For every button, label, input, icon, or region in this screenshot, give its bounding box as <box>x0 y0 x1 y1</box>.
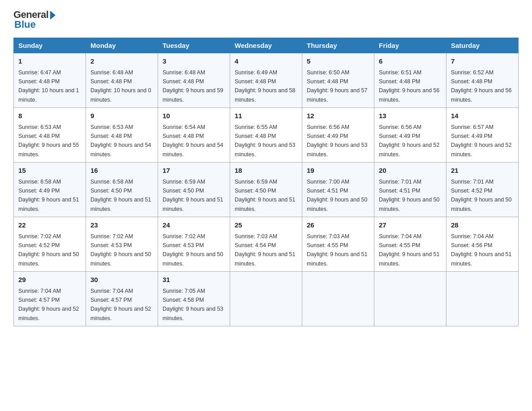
weekday-header-friday: Friday <box>374 38 446 53</box>
calendar-cell: 5 Sunrise: 6:50 AMSunset: 4:48 PMDayligh… <box>302 53 374 108</box>
day-info: Sunrise: 6:54 AMSunset: 4:48 PMDaylight:… <box>163 124 223 158</box>
weekday-header-thursday: Thursday <box>302 38 374 53</box>
day-info: Sunrise: 6:49 AMSunset: 4:48 PMDaylight:… <box>235 69 296 103</box>
day-info: Sunrise: 6:57 AMSunset: 4:49 PMDaylight:… <box>451 124 512 158</box>
day-number: 16 <box>90 166 153 176</box>
calendar-cell: 27 Sunrise: 7:04 AMSunset: 4:55 PMDaylig… <box>374 217 446 272</box>
calendar-cell: 20 Sunrise: 7:01 AMSunset: 4:51 PMDaylig… <box>374 163 446 217</box>
day-number: 18 <box>235 166 297 176</box>
day-info: Sunrise: 6:59 AMSunset: 4:50 PMDaylight:… <box>235 179 296 212</box>
weekday-header-tuesday: Tuesday <box>158 38 230 53</box>
calendar-cell: 23 Sunrise: 7:02 AMSunset: 4:53 PMDaylig… <box>86 217 158 272</box>
day-number: 4 <box>235 56 297 67</box>
calendar-cell: 12 Sunrise: 6:56 AMSunset: 4:49 PMDaylig… <box>302 108 374 163</box>
day-number: 12 <box>307 111 369 121</box>
day-number: 14 <box>451 111 514 121</box>
calendar-week-row: 15 Sunrise: 6:58 AMSunset: 4:49 PMDaylig… <box>14 163 519 217</box>
day-number: 7 <box>451 56 514 67</box>
day-number: 1 <box>18 56 81 67</box>
day-info: Sunrise: 6:50 AMSunset: 4:48 PMDaylight:… <box>307 69 368 103</box>
day-info: Sunrise: 7:04 AMSunset: 4:57 PMDaylight:… <box>18 288 79 321</box>
logo-arrow-icon <box>50 11 56 20</box>
day-number: 24 <box>163 220 225 231</box>
calendar-cell: 31 Sunrise: 7:05 AMSunset: 4:58 PMDaylig… <box>158 272 230 326</box>
day-info: Sunrise: 6:48 AMSunset: 4:48 PMDaylight:… <box>163 69 223 103</box>
calendar-cell: 29 Sunrise: 7:04 AMSunset: 4:57 PMDaylig… <box>14 272 86 326</box>
day-info: Sunrise: 7:00 AMSunset: 4:51 PMDaylight:… <box>307 179 368 212</box>
day-number: 3 <box>163 56 225 67</box>
day-number: 30 <box>90 275 153 285</box>
calendar-week-row: 8 Sunrise: 6:53 AMSunset: 4:48 PMDayligh… <box>14 108 519 163</box>
day-number: 25 <box>235 220 297 231</box>
day-info: Sunrise: 6:51 AMSunset: 4:48 PMDaylight:… <box>379 69 440 103</box>
day-number: 13 <box>379 111 442 121</box>
day-info: Sunrise: 6:55 AMSunset: 4:48 PMDaylight:… <box>235 124 296 158</box>
day-info: Sunrise: 6:47 AMSunset: 4:48 PMDaylight:… <box>18 69 79 103</box>
day-number: 15 <box>18 166 81 176</box>
weekday-header-wednesday: Wednesday <box>230 38 302 53</box>
calendar-cell: 3 Sunrise: 6:48 AMSunset: 4:48 PMDayligh… <box>158 53 230 108</box>
calendar-week-row: 22 Sunrise: 7:02 AMSunset: 4:52 PMDaylig… <box>14 217 519 272</box>
day-info: Sunrise: 6:53 AMSunset: 4:48 PMDaylight:… <box>90 124 151 158</box>
day-info: Sunrise: 7:03 AMSunset: 4:54 PMDaylight:… <box>235 233 296 267</box>
day-number: 26 <box>307 220 369 231</box>
day-info: Sunrise: 7:04 AMSunset: 4:55 PMDaylight:… <box>379 233 440 267</box>
day-number: 10 <box>163 111 225 121</box>
calendar-cell: 15 Sunrise: 6:58 AMSunset: 4:49 PMDaylig… <box>14 163 86 217</box>
page-header: General Blue <box>13 9 519 30</box>
day-info: Sunrise: 6:53 AMSunset: 4:48 PMDaylight:… <box>18 124 79 158</box>
calendar-cell: 9 Sunrise: 6:53 AMSunset: 4:48 PMDayligh… <box>86 108 158 163</box>
calendar-cell <box>374 272 446 326</box>
day-info: Sunrise: 6:48 AMSunset: 4:48 PMDaylight:… <box>90 69 151 103</box>
calendar-cell: 25 Sunrise: 7:03 AMSunset: 4:54 PMDaylig… <box>230 217 302 272</box>
day-number: 21 <box>451 166 514 176</box>
day-info: Sunrise: 6:58 AMSunset: 4:49 PMDaylight:… <box>18 179 79 212</box>
logo: General Blue <box>13 9 56 30</box>
calendar-cell: 10 Sunrise: 6:54 AMSunset: 4:48 PMDaylig… <box>158 108 230 163</box>
day-number: 5 <box>307 56 369 67</box>
day-number: 20 <box>379 166 442 176</box>
calendar-cell: 21 Sunrise: 7:01 AMSunset: 4:52 PMDaylig… <box>446 163 519 217</box>
day-info: Sunrise: 7:02 AMSunset: 4:53 PMDaylight:… <box>163 233 223 267</box>
calendar-cell: 16 Sunrise: 6:58 AMSunset: 4:50 PMDaylig… <box>86 163 158 217</box>
day-info: Sunrise: 7:01 AMSunset: 4:51 PMDaylight:… <box>379 179 440 212</box>
day-info: Sunrise: 6:56 AMSunset: 4:49 PMDaylight:… <box>379 124 440 158</box>
calendar-cell: 8 Sunrise: 6:53 AMSunset: 4:48 PMDayligh… <box>14 108 86 163</box>
day-info: Sunrise: 7:04 AMSunset: 4:57 PMDaylight:… <box>90 288 151 321</box>
day-number: 22 <box>18 220 81 231</box>
weekday-header-sunday: Sunday <box>14 38 86 53</box>
logo-blue-text: Blue <box>14 19 36 30</box>
calendar-cell: 1 Sunrise: 6:47 AMSunset: 4:48 PMDayligh… <box>14 53 86 108</box>
calendar-cell <box>302 272 374 326</box>
day-number: 27 <box>379 220 442 231</box>
calendar-cell: 6 Sunrise: 6:51 AMSunset: 4:48 PMDayligh… <box>374 53 446 108</box>
day-number: 29 <box>18 275 81 285</box>
calendar-cell: 28 Sunrise: 7:04 AMSunset: 4:56 PMDaylig… <box>446 217 519 272</box>
calendar-cell: 24 Sunrise: 7:02 AMSunset: 4:53 PMDaylig… <box>158 217 230 272</box>
calendar-cell: 2 Sunrise: 6:48 AMSunset: 4:48 PMDayligh… <box>86 53 158 108</box>
day-number: 17 <box>163 166 225 176</box>
day-info: Sunrise: 6:59 AMSunset: 4:50 PMDaylight:… <box>163 179 223 212</box>
day-number: 31 <box>163 275 225 285</box>
day-number: 23 <box>90 220 153 231</box>
calendar-cell: 14 Sunrise: 6:57 AMSunset: 4:49 PMDaylig… <box>446 108 519 163</box>
day-info: Sunrise: 6:58 AMSunset: 4:50 PMDaylight:… <box>90 179 151 212</box>
day-number: 28 <box>451 220 514 231</box>
day-info: Sunrise: 7:01 AMSunset: 4:52 PMDaylight:… <box>451 179 512 212</box>
day-info: Sunrise: 6:52 AMSunset: 4:48 PMDaylight:… <box>451 69 512 103</box>
calendar-cell: 11 Sunrise: 6:55 AMSunset: 4:48 PMDaylig… <box>230 108 302 163</box>
day-info: Sunrise: 6:56 AMSunset: 4:49 PMDaylight:… <box>307 124 368 158</box>
day-number: 19 <box>307 166 369 176</box>
calendar-cell: 18 Sunrise: 6:59 AMSunset: 4:50 PMDaylig… <box>230 163 302 217</box>
day-info: Sunrise: 7:02 AMSunset: 4:52 PMDaylight:… <box>18 233 79 267</box>
weekday-header-saturday: Saturday <box>446 38 519 53</box>
weekday-header-monday: Monday <box>86 38 158 53</box>
calendar-table: SundayMondayTuesdayWednesdayThursdayFrid… <box>13 38 519 326</box>
calendar-week-row: 1 Sunrise: 6:47 AMSunset: 4:48 PMDayligh… <box>14 53 519 108</box>
calendar-cell <box>230 272 302 326</box>
calendar-cell: 30 Sunrise: 7:04 AMSunset: 4:57 PMDaylig… <box>86 272 158 326</box>
calendar-cell: 17 Sunrise: 6:59 AMSunset: 4:50 PMDaylig… <box>158 163 230 217</box>
weekday-header-row: SundayMondayTuesdayWednesdayThursdayFrid… <box>14 38 519 53</box>
day-number: 9 <box>90 111 153 121</box>
day-number: 2 <box>90 56 153 67</box>
